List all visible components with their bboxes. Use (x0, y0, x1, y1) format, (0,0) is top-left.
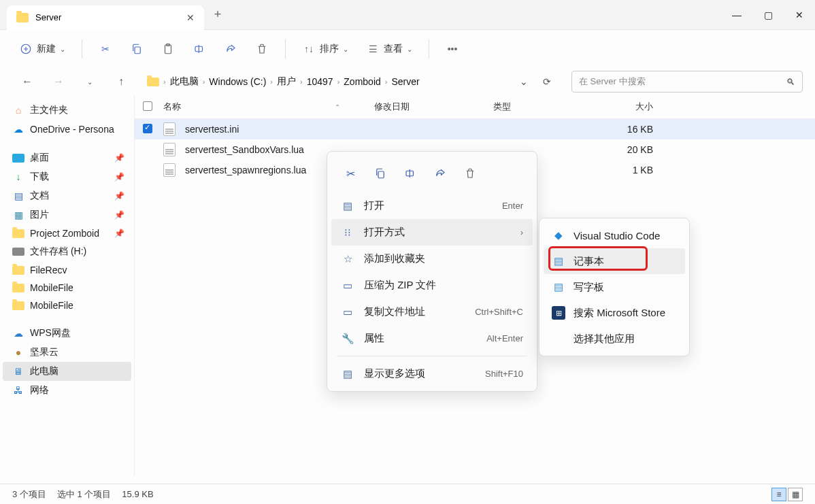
rename-button[interactable] (186, 38, 213, 60)
home-icon: ⌂ (12, 104, 24, 116)
chevron-right-icon: › (520, 228, 523, 237)
search-input[interactable]: 在 Server 中搜索 🔍︎ (571, 71, 803, 93)
folder-icon (12, 266, 24, 275)
column-type[interactable]: 类型 (493, 101, 592, 113)
file-name: servertest.ini (185, 124, 239, 135)
ctx-properties[interactable]: 🔧 属性 Alt+Enter (331, 325, 533, 352)
copy-icon (130, 42, 144, 56)
download-icon: ↓ (12, 171, 24, 183)
more-button[interactable]: ••• (439, 38, 466, 60)
ctx-rename-button[interactable] (397, 161, 424, 186)
new-button[interactable]: 新建 ⌄ (12, 38, 72, 60)
trash-icon (255, 42, 269, 56)
sidebar-item-mobile1[interactable]: MobileFile (3, 279, 131, 297)
sidebar-wps[interactable]: ☁WPS网盘 (3, 324, 131, 343)
scissors-icon: ✂ (346, 167, 355, 180)
sub-wordpad[interactable]: ▤ 写字板 (544, 274, 685, 300)
recent-button[interactable]: ⌄ (79, 71, 101, 93)
sub-store[interactable]: ⊞ 搜索 Microsoft Store (544, 300, 685, 326)
select-all-checkbox[interactable] (143, 101, 152, 111)
breadcrumb-part[interactable]: Zomboid (344, 76, 380, 87)
ctx-share-button[interactable] (427, 161, 454, 186)
breadcrumb-part[interactable]: 10497 (307, 76, 333, 87)
sort-button[interactable]: ↑↓ 排序 ⌄ (295, 38, 355, 60)
sidebar-item-filerecv[interactable]: FileRecv (3, 261, 131, 279)
sidebar-downloads[interactable]: ↓下载📌 (3, 167, 131, 186)
openwith-submenu: ◆ Visual Studio Code ▤ 记事本 ▤ 写字板 ⊞ 搜索 Mi… (539, 218, 690, 356)
view-label: 查看 (384, 43, 403, 55)
share-icon (224, 42, 237, 56)
notepad-icon: ▤ (552, 254, 565, 268)
column-name[interactable]: 名称⌃ (163, 101, 374, 113)
breadcrumb[interactable]: › 此电脑› Windows (C:)› 用户› 10497› Zomboid›… (142, 73, 562, 90)
desktop-icon (12, 154, 24, 163)
file-row[interactable]: servertest.ini 16 KB (135, 119, 815, 139)
share-button[interactable] (217, 38, 244, 60)
minimize-button[interactable]: — (721, 0, 752, 30)
maximize-button[interactable]: ▢ (752, 0, 784, 30)
delete-button[interactable] (248, 38, 276, 60)
sidebar-desktop[interactable]: 桌面📌 (3, 148, 131, 167)
view-icons-button[interactable]: ▦ (788, 488, 803, 501)
row-checkbox[interactable] (143, 124, 152, 133)
breadcrumb-part[interactable]: 用户 (277, 75, 296, 88)
openwith-icon: ⁝⁝ (341, 226, 354, 239)
close-tab-icon[interactable]: ✕ (186, 12, 195, 23)
sort-label: 排序 (320, 43, 339, 55)
ctx-openwith[interactable]: ⁝⁝ 打开方式 › (331, 219, 533, 246)
paste-button[interactable] (154, 38, 182, 60)
sidebar-item-zomboid[interactable]: Project Zomboid📌 (3, 224, 131, 242)
sidebar-nut[interactable]: ●坚果云 (3, 343, 131, 362)
sidebar-documents[interactable]: ▤文档📌 (3, 186, 131, 205)
pin-icon: 📌 (114, 172, 124, 182)
sidebar-item-mobile2[interactable]: MobileFile (3, 297, 131, 314)
view-button[interactable]: ☰ 查看 ⌄ (359, 38, 419, 60)
ctx-zip[interactable]: ▭ 压缩为 ZIP 文件 (331, 272, 533, 299)
scissors-icon: ✂ (99, 42, 112, 56)
sidebar-home[interactable]: ⌂主文件夹 (3, 101, 131, 120)
clipboard-icon (161, 42, 175, 56)
breadcrumb-part[interactable]: 此电脑 (170, 75, 199, 88)
chevron-down-icon: ⌄ (407, 46, 412, 53)
address-bar: ← → ⌄ ↑ › 此电脑› Windows (C:)› 用户› 10497› … (0, 68, 815, 95)
cut-button[interactable]: ✂ (92, 38, 119, 60)
sidebar-onedrive[interactable]: ☁OneDrive - Persona (3, 120, 131, 139)
breadcrumb-part[interactable]: Windows (C:) (209, 76, 266, 87)
ctx-open[interactable]: ▤ 打开 Enter (331, 192, 533, 219)
forward-button[interactable]: → (48, 71, 69, 93)
ctx-copy-button[interactable] (367, 161, 394, 186)
up-button[interactable]: ↑ (110, 71, 132, 93)
copy-button[interactable] (123, 38, 150, 60)
tab-server[interactable]: Server ✕ (7, 5, 204, 30)
file-name: servertest_spawnregions.lua (185, 165, 306, 175)
sidebar-pictures[interactable]: ▦图片📌 (3, 205, 131, 224)
refresh-button[interactable]: ⟳ (537, 76, 556, 87)
ctx-delete-button[interactable] (456, 161, 484, 186)
sub-chooseother[interactable]: 选择其他应用 (544, 326, 685, 352)
sidebar-item-hdrive[interactable]: 文件存档 (H:) (3, 242, 131, 261)
chevron-down-icon: ⌄ (343, 46, 348, 53)
column-date[interactable]: 修改日期 (374, 101, 493, 113)
svg-rect-5 (378, 171, 384, 178)
sub-notepad[interactable]: ▤ 记事本 (544, 248, 685, 274)
back-button[interactable]: ← (16, 71, 38, 93)
history-dropdown[interactable]: ⌄ (514, 76, 533, 87)
column-size[interactable]: 大小 (592, 101, 653, 113)
new-tab-button[interactable]: + (204, 7, 231, 22)
list-icon: ☰ (366, 42, 380, 56)
ctx-copypath[interactable]: ▭ 复制文件地址 Ctrl+Shift+C (331, 299, 533, 325)
file-size: 1 KB (592, 165, 653, 175)
close-button[interactable]: ✕ (784, 0, 815, 30)
folder-icon (12, 301, 24, 310)
sort-icon: ↑↓ (302, 42, 316, 56)
ctx-more[interactable]: ▤ 显示更多选项 Shift+F10 (331, 360, 533, 387)
ctx-cut-button[interactable]: ✂ (337, 161, 364, 186)
ctx-favorite[interactable]: ☆ 添加到收藏夹 (331, 246, 533, 272)
sidebar: ⌂主文件夹 ☁OneDrive - Persona 桌面📌 ↓下载📌 ▤文档📌 … (0, 95, 135, 476)
sub-vscode[interactable]: ◆ Visual Studio Code (544, 222, 685, 248)
sidebar-network[interactable]: 🖧网络 (3, 381, 131, 400)
sidebar-thispc[interactable]: 🖥此电脑 (3, 362, 131, 381)
new-label: 新建 (37, 43, 56, 55)
breadcrumb-part[interactable]: Server (391, 76, 419, 87)
view-details-button[interactable]: ≡ (771, 488, 786, 501)
